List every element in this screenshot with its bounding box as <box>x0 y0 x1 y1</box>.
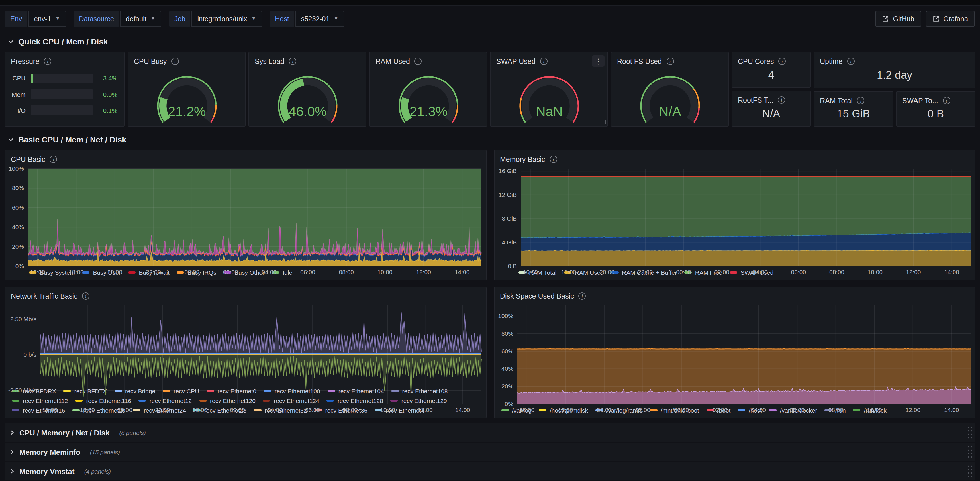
panel-disk-space-used-basic: Disk Space Used Basici 0%20%40%60%80%100… <box>494 287 975 418</box>
gauge-ram-used: 21.3% <box>370 66 487 126</box>
svg-text:12 GiB: 12 GiB <box>498 191 517 198</box>
dashboard-content: Quick CPU / Mem / Disk Pressure i CPU 3.… <box>0 35 980 481</box>
svg-text:04:00: 04:00 <box>262 269 277 275</box>
charts-row-2: Network Traffic Basici -2.50 Mb/s0 b/s2.… <box>5 287 975 418</box>
svg-text:22:00: 22:00 <box>146 269 161 275</box>
toolbar-links: GitHub Grafana <box>875 11 975 27</box>
panel-title[interactable]: RAM Total <box>820 97 853 105</box>
variable-host-current: s5232-01 <box>301 15 329 23</box>
stat-ram-total-value: 15 GiB <box>814 105 892 126</box>
info-icon[interactable]: i <box>44 57 51 65</box>
info-icon[interactable]: i <box>778 96 786 104</box>
variable-env-value[interactable]: env-1 ▼ <box>28 11 66 27</box>
panel-title[interactable]: RootFS T... <box>738 96 773 104</box>
section-basic-cpu-mem-net-disk[interactable]: Basic CPU / Mem / Net / Disk <box>7 133 975 146</box>
panel-resize-handle[interactable] <box>602 120 606 124</box>
svg-text:20%: 20% <box>12 243 24 250</box>
info-icon[interactable]: i <box>289 57 296 65</box>
info-icon[interactable]: i <box>579 292 586 300</box>
variable-datasource: Datasource default ▼ <box>74 11 161 27</box>
row-drag-handle-icon[interactable] <box>967 465 973 478</box>
svg-text:02:00: 02:00 <box>712 407 727 413</box>
info-icon[interactable]: i <box>943 97 950 104</box>
info-icon[interactable]: i <box>171 57 179 65</box>
svg-text:18:00: 18:00 <box>68 269 84 275</box>
panel-cpu-busy: CPU Busyi 21.2% <box>127 52 245 126</box>
info-icon[interactable]: i <box>82 292 89 300</box>
info-icon[interactable]: i <box>857 97 865 104</box>
chart-disk-space-used-basic[interactable]: 0%20%40%60%80%100%16:0018:0020:0022:0000… <box>494 301 975 405</box>
variable-host-value[interactable]: s5232-01 ▼ <box>296 11 344 27</box>
dashboard-toolbar: Env env-1 ▼ Datasource default ▼ Job int… <box>0 6 980 32</box>
panel-title[interactable]: CPU Busy <box>134 57 167 65</box>
panel-title[interactable]: Disk Space Used Basic <box>500 292 574 300</box>
svg-text:40%: 40% <box>12 224 24 230</box>
variable-host-label: Host <box>270 11 294 27</box>
chart-network-traffic-basic[interactable]: -2.50 Mb/s0 b/s2.50 Mb/s16:0018:0020:002… <box>5 301 486 386</box>
info-icon[interactable]: i <box>778 57 786 65</box>
svg-text:16:00: 16:00 <box>522 269 538 275</box>
section-cpu-memory-net-disk-collapsed[interactable]: CPU / Memory / Net / Disk (8 panels) <box>5 424 975 442</box>
variable-job-value[interactable]: integrations/unix ▼ <box>192 11 262 27</box>
svg-text:04:00: 04:00 <box>751 407 766 413</box>
grafana-link-label: Grafana <box>943 15 968 23</box>
chevron-down-icon: ▼ <box>150 16 156 21</box>
panel-title[interactable]: Sys Load <box>255 57 284 65</box>
panel-title[interactable]: Root FS Used <box>617 57 662 65</box>
panel-memory-basic: Memory Basici 0 B4 GiB8 GiB12 GiB16 GiB1… <box>494 150 975 280</box>
svg-text:60%: 60% <box>12 204 24 211</box>
row-drag-handle-icon[interactable] <box>967 445 973 459</box>
info-icon[interactable]: i <box>667 57 674 65</box>
panel-title[interactable]: SWAP Used <box>496 57 536 65</box>
gauge-swap-used: NaN <box>490 66 608 126</box>
panel-title[interactable]: Pressure <box>11 57 39 65</box>
chart-cpu-basic[interactable]: 0%20%40%60%80%100%16:0018:0020:0022:0000… <box>5 164 486 267</box>
svg-text:10:00: 10:00 <box>380 407 395 413</box>
info-icon[interactable]: i <box>415 57 422 65</box>
panel-uptime: Uptimei 1.2 day <box>814 52 975 88</box>
panel-title[interactable]: CPU Cores <box>738 57 774 65</box>
gauge-root-fs-used: N/A <box>611 66 728 126</box>
panel-menu-kebab-icon[interactable]: ⋮ <box>592 55 605 67</box>
svg-text:00:00: 00:00 <box>185 269 200 275</box>
panel-header: Pressure i <box>5 53 124 66</box>
variable-datasource-value[interactable]: default ▼ <box>120 11 161 27</box>
grafana-link-button[interactable]: Grafana <box>926 11 975 27</box>
chevron-down-icon <box>7 136 14 143</box>
svg-text:20%: 20% <box>501 383 513 390</box>
row-drag-handle-icon[interactable] <box>967 426 973 440</box>
info-icon[interactable]: i <box>550 156 557 163</box>
panel-cpu-cores: CPU Coresi 4 <box>732 52 811 88</box>
section-title: Memory Meminfo <box>19 448 80 456</box>
gauge-cpu-busy: 21.2% <box>128 66 245 126</box>
info-icon[interactable]: i <box>50 156 57 163</box>
svg-text:00:00: 00:00 <box>676 269 691 275</box>
svg-text:12:00: 12:00 <box>418 407 433 413</box>
pressure-row-mem: Mem 0.0% <box>10 89 118 99</box>
svg-text:22:00: 22:00 <box>635 407 650 413</box>
section-memory-meminfo-collapsed[interactable]: Memory Meminfo (15 panels) <box>5 443 975 461</box>
section-panel-count: (4 panels) <box>84 468 111 475</box>
info-icon[interactable]: i <box>847 57 854 65</box>
external-link-icon <box>932 15 939 22</box>
info-icon[interactable]: i <box>540 57 547 65</box>
svg-text:10:00: 10:00 <box>867 269 882 275</box>
panel-title[interactable]: RAM Used <box>375 57 410 65</box>
section-quick-cpu-mem-disk[interactable]: Quick CPU / Mem / Disk <box>7 35 975 48</box>
variable-env: Env env-1 ▼ <box>5 11 66 27</box>
panel-title[interactable]: Network Traffic Basic <box>11 292 78 300</box>
panel-title[interactable]: Uptime <box>820 57 842 65</box>
panel-title[interactable]: Memory Basic <box>500 155 545 163</box>
gauge-value: N/A <box>659 104 681 119</box>
panel-title[interactable]: SWAP To... <box>902 97 938 105</box>
section-memory-vmstat-collapsed[interactable]: Memory Vmstat (4 panels) <box>5 462 975 481</box>
github-link-button[interactable]: GitHub <box>875 11 921 27</box>
chevron-down-icon: ▼ <box>55 16 60 21</box>
svg-text:08:00: 08:00 <box>829 269 844 275</box>
svg-text:20:00: 20:00 <box>597 407 612 413</box>
svg-text:04:00: 04:00 <box>752 269 767 275</box>
pressure-bar-fill <box>31 73 33 83</box>
stat-uptime-value: 1.2 day <box>814 66 975 88</box>
panel-title[interactable]: CPU Basic <box>11 155 45 163</box>
chart-memory-basic[interactable]: 0 B4 GiB8 GiB12 GiB16 GiB16:0018:0020:00… <box>494 164 975 267</box>
